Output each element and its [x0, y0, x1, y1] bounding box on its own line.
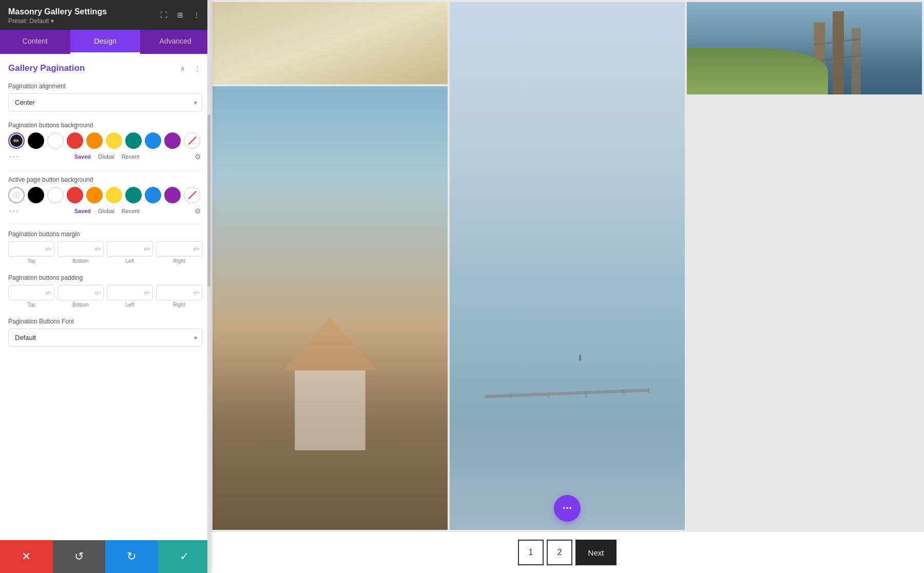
- margin-top-box: c/>: [8, 241, 54, 257]
- divider-2: [8, 224, 202, 224]
- svg-rect-13: [833, 11, 844, 94]
- padding-label: Pagination buttons padding: [8, 274, 202, 281]
- divider-1: [8, 169, 202, 170]
- page-1-button[interactable]: 1: [518, 540, 544, 565]
- scroll-thumb: [207, 114, 210, 286]
- panel-bottom-toolbar: ✕ ↺ ↻ ✓ ◀: [0, 540, 210, 573]
- gallery-col-1: [213, 2, 448, 530]
- padding-inputs: c/> Top c/> Bottom c/> Left: [8, 285, 202, 308]
- gallery-img-1[interactable]: [213, 2, 448, 84]
- active-color-blue[interactable]: [145, 187, 161, 203]
- font-select[interactable]: Default Roboto Open Sans Lato: [8, 329, 202, 347]
- padding-left-input[interactable]: [107, 285, 153, 300]
- masonry-grid: [210, 0, 924, 532]
- cancel-button[interactable]: ✕: [0, 540, 53, 573]
- margin-top-input[interactable]: [8, 241, 54, 257]
- margin-top-group: c/> Top: [8, 241, 54, 264]
- grid-icon[interactable]: ⊞: [175, 9, 186, 21]
- margin-left-input[interactable]: [107, 241, 153, 257]
- active-color-tab-global[interactable]: Global: [98, 208, 114, 214]
- margin-right-group: c/> Right: [156, 241, 202, 264]
- margin-bottom-group: c/> Bottom: [57, 241, 104, 264]
- alignment-field: Pagination alignment Center Left Right ▾: [0, 79, 210, 118]
- padding-field: Pagination buttons padding c/> Top c/> B…: [0, 270, 210, 314]
- svg-rect-4: [295, 370, 365, 450]
- padding-top-input[interactable]: [8, 285, 54, 300]
- margin-left-label: Left: [126, 258, 134, 264]
- pagination-area: 1 2 Next: [210, 532, 924, 573]
- font-field: Pagination Buttons Font Default Roboto O…: [0, 314, 210, 353]
- next-button[interactable]: Next: [575, 540, 617, 565]
- active-color-purple[interactable]: [164, 187, 181, 203]
- section-title: Gallery Pagination: [8, 63, 85, 73]
- color-yellow[interactable]: [106, 132, 122, 149]
- active-color-settings-icon[interactable]: ⚙: [195, 207, 201, 215]
- active-color-red[interactable]: [67, 187, 83, 203]
- page-2-button[interactable]: 2: [547, 540, 572, 565]
- section-menu-icon[interactable]: ⋮: [192, 63, 202, 73]
- color-tab-recent[interactable]: Recent: [122, 154, 140, 160]
- color-settings-icon[interactable]: ⚙: [195, 152, 201, 161]
- active-color-tabs: Saved Global Recent: [74, 208, 140, 214]
- color-red[interactable]: [67, 132, 83, 149]
- gallery-img-pier[interactable]: [450, 2, 685, 530]
- padding-top-label: Top: [27, 302, 35, 308]
- active-color-yellow[interactable]: [106, 187, 122, 203]
- gallery-col-3: [687, 2, 922, 530]
- active-color-tab-recent[interactable]: Recent: [122, 208, 140, 214]
- color-none[interactable]: [184, 132, 200, 149]
- active-bg-field: Active page button background: [0, 172, 210, 222]
- active-color-tab-saved[interactable]: Saved: [74, 208, 91, 214]
- undo-button[interactable]: ↺: [53, 540, 106, 573]
- color-purple[interactable]: [164, 132, 181, 149]
- color-more-dots[interactable]: ···: [9, 152, 19, 161]
- margin-bottom-input[interactable]: [57, 241, 104, 257]
- gallery-img-dock[interactable]: [687, 2, 922, 94]
- color-orange[interactable]: [86, 132, 103, 149]
- active-color-more-dots[interactable]: ···: [9, 206, 19, 216]
- tab-content[interactable]: Content: [0, 30, 70, 54]
- active-eyedropper-swatch[interactable]: [8, 187, 25, 203]
- panel-content: Gallery Pagination ∧ ⋮ Pagination alignm…: [0, 54, 210, 573]
- bg-color-row-bottom: ··· Saved Global Recent ⚙: [8, 152, 202, 161]
- alignment-select[interactable]: Center Left Right: [8, 93, 202, 111]
- fab-button[interactable]: ···: [554, 495, 581, 522]
- active-color-orange[interactable]: [86, 187, 103, 203]
- menu-icon[interactable]: ⋮: [191, 9, 202, 21]
- active-color-white[interactable]: [47, 187, 64, 203]
- active-color-black[interactable]: [28, 187, 44, 203]
- padding-right-input[interactable]: [156, 285, 202, 300]
- color-teal[interactable]: [125, 132, 142, 149]
- padding-top-group: c/> Top: [8, 285, 54, 308]
- tab-design[interactable]: Design: [70, 30, 141, 54]
- redo-button[interactable]: ↻: [105, 540, 158, 573]
- active-bg-color-row-bottom: ··· Saved Global Recent ⚙: [8, 206, 202, 216]
- collapse-icon[interactable]: ∧: [178, 63, 188, 73]
- svg-rect-14: [852, 28, 861, 94]
- gallery-img-2[interactable]: [213, 86, 448, 530]
- color-tab-saved[interactable]: Saved: [74, 154, 91, 160]
- eyedropper-swatch[interactable]: ✏: [8, 132, 25, 149]
- tab-advanced[interactable]: Advanced: [140, 30, 210, 54]
- active-color-teal[interactable]: [125, 187, 142, 203]
- scroll-bar: [207, 0, 210, 573]
- save-button[interactable]: ✓: [158, 540, 211, 573]
- active-color-none[interactable]: [184, 187, 200, 203]
- margin-bottom-label: Bottom: [72, 258, 89, 264]
- alignment-select-wrapper: Center Left Right ▾: [8, 93, 202, 111]
- padding-right-box: c/>: [156, 285, 202, 300]
- margin-inputs: c/> Top c/> Bottom c/> Left: [8, 241, 202, 264]
- margin-right-input[interactable]: [156, 241, 202, 257]
- color-blue[interactable]: [145, 132, 161, 149]
- color-white[interactable]: [47, 132, 64, 149]
- color-black[interactable]: [28, 132, 44, 149]
- screen-icon[interactable]: ⛶: [158, 9, 169, 21]
- panel-tabs: Content Design Advanced: [0, 30, 210, 54]
- padding-right-group: c/> Right: [156, 285, 202, 308]
- color-tab-global[interactable]: Global: [98, 154, 114, 160]
- margin-right-box: c/>: [156, 241, 202, 257]
- panel-preset[interactable]: Preset: Default ▾: [8, 17, 107, 25]
- padding-bottom-input[interactable]: [57, 285, 104, 300]
- margin-top-label: Top: [27, 258, 35, 264]
- settings-panel: Masonry Gallery Settings Preset: Default…: [0, 0, 210, 573]
